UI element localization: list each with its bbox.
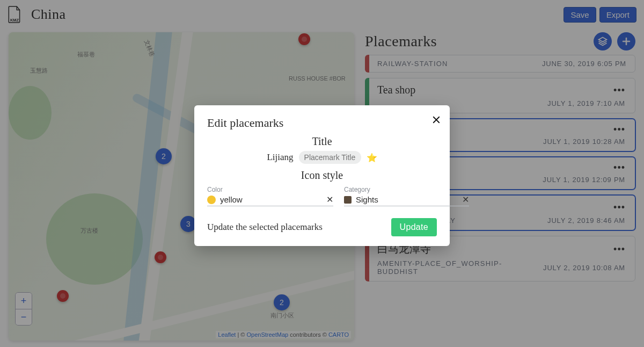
color-field-label: Color [207,186,333,193]
title-prefix: Lijiang [267,152,293,163]
category-input[interactable] [356,195,458,204]
color-input[interactable] [220,195,322,204]
color-swatch-icon [207,196,216,204]
close-icon [431,115,441,125]
title-section-label: Title [207,135,437,148]
star-icon[interactable]: ⭐ [367,153,377,163]
iconstyle-section-label: Icon style [207,169,437,182]
edit-placemarks-modal: Edit placemarks Title Lijiang ⭐ Icon sty… [194,105,450,246]
modal-hint: Update the selected placemarks [207,222,323,233]
category-icon [344,196,352,204]
placemark-title-input[interactable] [299,151,361,164]
category-field-label: Category [344,186,469,193]
close-button[interactable] [431,115,441,127]
modal-heading: Edit placemarks [207,116,437,130]
clear-category-button[interactable]: ✕ [462,194,469,205]
clear-color-button[interactable]: ✕ [326,194,333,205]
update-button[interactable]: Update [391,218,437,236]
